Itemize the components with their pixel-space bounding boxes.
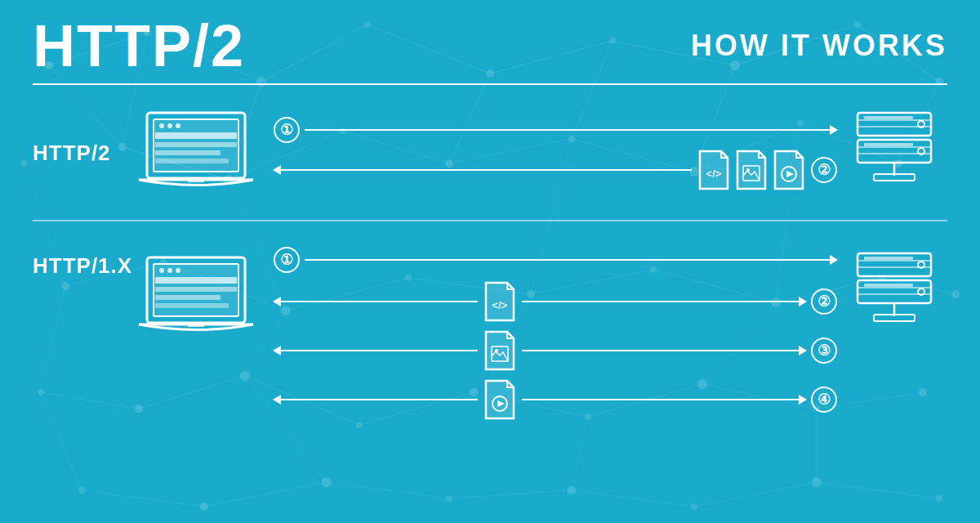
http1-code-response-row: </> ② (274, 281, 837, 322)
http1-video-arrow (274, 399, 478, 400)
http2-request-arrow (305, 129, 837, 131)
svg-point-114 (746, 168, 750, 172)
svg-rect-148 (864, 257, 913, 260)
svg-rect-111 (188, 178, 204, 182)
svg-rect-134 (155, 277, 237, 284)
http2-server-icon (849, 109, 947, 199)
http1-code-arrow-right (522, 301, 806, 302)
svg-rect-135 (155, 287, 237, 292)
http2-request-row: ① (274, 117, 837, 143)
http2-files: </> (697, 150, 806, 190)
svg-point-105 (167, 123, 172, 128)
http1-video-arrow-right (522, 399, 806, 400)
http2-response-row: </> (274, 150, 837, 190)
http1-badge-3: ③ (811, 337, 837, 364)
http2-code-file-icon: </> (697, 150, 731, 190)
http1-section: HTTP/1.X ① (33, 225, 947, 437)
http1-code-file-icon: </> (483, 281, 517, 322)
svg-rect-108 (155, 142, 237, 147)
http2-label: HTTP/2 (33, 141, 131, 166)
http1-arrow-area: ① </> ② (274, 247, 837, 420)
http1-badge-4: ④ (811, 387, 837, 413)
svg-point-132 (167, 268, 172, 273)
svg-point-104 (159, 123, 164, 128)
http1-request-arrow (305, 259, 837, 261)
svg-rect-110 (155, 159, 229, 163)
http1-laptop-icon (131, 249, 261, 347)
svg-rect-137 (155, 303, 229, 308)
http1-image-response-row: ③ (274, 330, 837, 371)
svg-rect-153 (864, 284, 913, 287)
svg-rect-107 (155, 132, 237, 139)
http2-video-file-icon (772, 150, 806, 190)
http1-code-arrow (274, 301, 478, 302)
http1-image-file-icon (483, 330, 517, 371)
header-divider (33, 83, 947, 85)
http2-image-file-icon (734, 150, 768, 190)
http1-video-file-icon (483, 379, 517, 420)
http1-badge-2: ② (811, 288, 837, 315)
svg-point-106 (176, 123, 180, 128)
http2-section: HTTP/2 ① (33, 90, 947, 217)
svg-point-141 (495, 349, 498, 352)
http1-image-arrow (274, 350, 478, 351)
svg-rect-126 (864, 143, 913, 146)
http1-badge-1: ① (274, 247, 300, 273)
svg-rect-121 (864, 116, 913, 119)
svg-point-133 (176, 268, 180, 273)
http1-label: HTTP/1.X (33, 237, 131, 279)
svg-text:</>: </> (706, 168, 722, 180)
http2-response-arrow (274, 169, 692, 171)
header: HTTP/2 HOW IT WORKS (33, 16, 947, 75)
http1-server-icon (849, 249, 947, 339)
subtitle: HOW IT WORKS (691, 29, 947, 63)
svg-rect-138 (188, 323, 204, 327)
http1-video-response-row: ④ (274, 379, 837, 420)
svg-point-131 (159, 268, 164, 273)
svg-text:</>: </> (492, 299, 508, 311)
http2-badge-1: ① (274, 117, 300, 143)
http2-laptop-icon (131, 105, 261, 203)
http2-badge-2: ② (811, 157, 837, 183)
http2-arrow-area: ① </> (274, 117, 837, 190)
http1-request-row: ① (274, 247, 837, 273)
page: HTTP/2 HOW IT WORKS HTTP/2 (0, 0, 980, 523)
svg-rect-136 (155, 295, 220, 300)
main-title: HTTP/2 (33, 16, 245, 75)
section-divider (33, 220, 947, 221)
svg-rect-109 (155, 150, 220, 155)
http1-image-arrow-right (522, 350, 806, 351)
